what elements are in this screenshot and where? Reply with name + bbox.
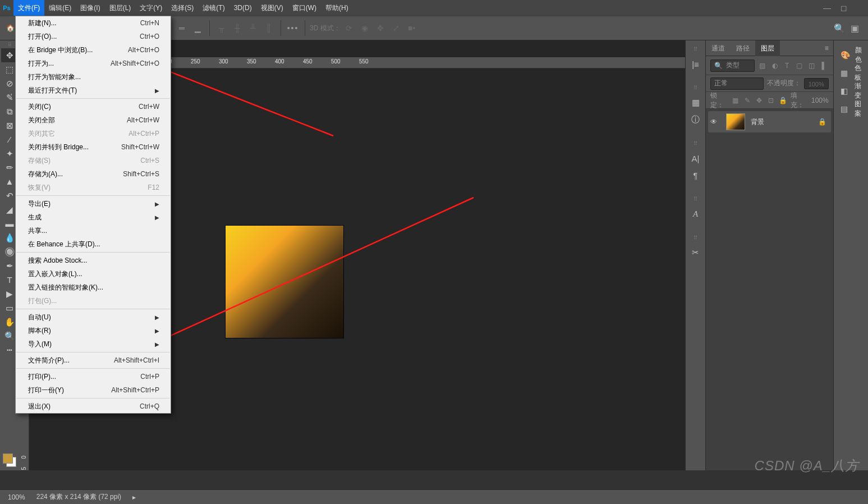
menu-item: 存储(S)Ctrl+S bbox=[16, 154, 171, 167]
layer-row[interactable]: 👁 背景 🔒 bbox=[708, 111, 831, 132]
menu-item[interactable]: 新建(N)...Ctrl+N bbox=[16, 16, 171, 30]
lock-transparency-icon[interactable]: ▦ bbox=[731, 97, 740, 104]
menu-item[interactable]: 关闭并转到 Bridge...Shift+Ctrl+W bbox=[16, 140, 171, 154]
menu-select[interactable]: 选择(S) bbox=[167, 0, 198, 16]
filter-adjust-icon[interactable]: ◐ bbox=[770, 62, 779, 70]
menu-item[interactable]: 搜索 Adobe Stock... bbox=[16, 254, 171, 267]
more-icon[interactable]: ••• bbox=[286, 21, 300, 35]
menu-item[interactable]: 打开为智能对象... bbox=[16, 70, 171, 84]
opacity-input[interactable]: 100% bbox=[804, 78, 829, 89]
maximize-button[interactable]: ◻ bbox=[835, 3, 852, 12]
tab-paths[interactable]: 路径 bbox=[731, 40, 755, 56]
menu-item[interactable]: 最近打开文件(T)▶ bbox=[16, 84, 171, 97]
layer-filter-select[interactable]: 🔍 类型 bbox=[710, 59, 755, 72]
status-arrow-icon[interactable]: ▸ bbox=[132, 493, 136, 501]
menu-help[interactable]: 帮助(H) bbox=[321, 0, 353, 16]
minimize-button[interactable]: — bbox=[819, 3, 835, 12]
menu-type[interactable]: 文字(Y) bbox=[135, 0, 167, 16]
menu-item[interactable]: 自动(U)▶ bbox=[16, 310, 171, 324]
menu-edit[interactable]: 编辑(E) bbox=[44, 0, 76, 16]
roll-3d-icon[interactable]: ◉ bbox=[357, 21, 372, 35]
menu-item[interactable]: 置入嵌入对象(L)... bbox=[16, 267, 171, 281]
info-icon[interactable]: ⓘ bbox=[687, 111, 704, 128]
watermark: CSDN @A_八方 bbox=[755, 457, 859, 475]
menu-image[interactable]: 图像(I) bbox=[76, 0, 104, 16]
layers-panel: 通道 路径 图层 ≡ 🔍 类型 ▧ ◐ T ▢ ◫ ▌ 正常 不透明度： 100… bbox=[706, 40, 834, 470]
distribute-vcenter-icon[interactable]: ╫ bbox=[230, 21, 245, 35]
lock-position-icon[interactable]: ✥ bbox=[755, 97, 763, 104]
menu-item[interactable]: 打印一份(Y)Alt+Shift+Ctrl+P bbox=[16, 383, 171, 397]
distribute-bottom-icon[interactable]: ╨ bbox=[246, 21, 260, 35]
swatches-panel-button[interactable]: ▦色板 bbox=[834, 64, 868, 82]
blend-mode-select[interactable]: 正常 bbox=[710, 77, 764, 90]
color-swatch[interactable] bbox=[2, 452, 17, 468]
zoom-3d-icon[interactable]: ■• bbox=[405, 21, 419, 35]
glyphs-icon[interactable]: A bbox=[687, 205, 704, 222]
pan-3d-icon[interactable]: ✥ bbox=[373, 21, 388, 35]
tool-presets-icon[interactable]: ✂ bbox=[687, 244, 704, 261]
adjustments-icon[interactable]: ▦ bbox=[687, 94, 704, 111]
menu-item[interactable]: 共享... bbox=[16, 224, 171, 237]
filter-smart-icon[interactable]: ◫ bbox=[807, 62, 816, 70]
menu-item[interactable]: 存储为(A)...Shift+Ctrl+S bbox=[16, 167, 171, 181]
filter-toggle-icon[interactable]: ▌ bbox=[820, 62, 829, 70]
menu-item[interactable]: 生成▶ bbox=[16, 210, 171, 224]
gradient-panel-button[interactable]: ◧渐变 bbox=[834, 82, 868, 100]
character-icon[interactable]: A| bbox=[687, 150, 704, 167]
menu-view[interactable]: 视图(V) bbox=[256, 0, 288, 16]
workspace-icon[interactable]: ▣ bbox=[851, 23, 859, 34]
lock-artboard-icon[interactable]: ⊡ bbox=[767, 97, 775, 104]
menu-item[interactable]: 置入链接的智能对象(K)... bbox=[16, 281, 171, 294]
panel-menu-icon[interactable]: ≡ bbox=[820, 44, 833, 52]
layer-name[interactable]: 背景 bbox=[751, 117, 812, 127]
pattern-panel-button[interactable]: ▤图案 bbox=[834, 100, 868, 118]
menu-item[interactable]: 脚本(R)▶ bbox=[16, 324, 171, 337]
canvas-document[interactable] bbox=[226, 226, 343, 338]
grip-icon: ⠿ bbox=[694, 196, 697, 202]
layer-thumbnail[interactable] bbox=[726, 113, 745, 130]
distribute-h-icon[interactable]: ║ bbox=[261, 21, 276, 35]
properties-icon[interactable]: |≡ bbox=[687, 56, 704, 72]
color-panel-button[interactable]: 🎨颜色 bbox=[834, 46, 868, 64]
align-bottom-icon[interactable]: ▁ bbox=[190, 21, 205, 35]
tab-channels[interactable]: 通道 bbox=[706, 40, 731, 56]
tab-layers[interactable]: 图层 bbox=[755, 40, 780, 56]
menu-item[interactable]: 导入(M)▶ bbox=[16, 337, 171, 351]
zoom-level[interactable]: 100% bbox=[8, 493, 25, 501]
menu-item[interactable]: 在 Bridge 中浏览(B)...Alt+Ctrl+O bbox=[16, 43, 171, 57]
menu-item[interactable]: 关闭全部Alt+Ctrl+W bbox=[16, 113, 171, 127]
menu-item[interactable]: 打印(P)...Ctrl+P bbox=[16, 370, 171, 383]
orbit-3d-icon[interactable]: ⟳ bbox=[342, 21, 356, 35]
paragraph-icon[interactable]: ¶ bbox=[687, 167, 704, 184]
filter-pixel-icon[interactable]: ▧ bbox=[758, 62, 767, 70]
filter-shape-icon[interactable]: ▢ bbox=[795, 62, 804, 70]
menu-item[interactable]: 打开为...Alt+Shift+Ctrl+O bbox=[16, 57, 171, 70]
menu-item[interactable]: 退出(X)Ctrl+Q bbox=[16, 400, 171, 413]
menu-window[interactable]: 窗口(W) bbox=[288, 0, 321, 16]
lock-row: 锁定： ▦ ✎ ✥ ⊡ 🔒 填充： 100% bbox=[706, 92, 833, 109]
lock-icon[interactable]: 🔒 bbox=[818, 118, 826, 126]
slide-3d-icon[interactable]: ⤢ bbox=[389, 21, 403, 35]
menu-file[interactable]: 文件(F) bbox=[13, 0, 44, 16]
lock-paint-icon[interactable]: ✎ bbox=[743, 97, 751, 104]
menu-item[interactable]: 打开(O)...Ctrl+O bbox=[16, 30, 171, 43]
distribute-top-icon[interactable]: ╥ bbox=[214, 21, 229, 35]
visibility-icon[interactable]: 👁 bbox=[710, 118, 720, 126]
foreground-color[interactable] bbox=[3, 453, 13, 464]
menu-layer[interactable]: 图层(L) bbox=[105, 0, 136, 16]
align-middle-icon[interactable]: ═ bbox=[174, 21, 189, 35]
filter-type-icon[interactable]: T bbox=[783, 62, 792, 70]
menu-item[interactable]: 在 Behance 上共享(D)... bbox=[16, 237, 171, 251]
menu-3d[interactable]: 3D(D) bbox=[229, 0, 256, 16]
search-icon[interactable]: 🔍 bbox=[834, 23, 845, 34]
menu-filter[interactable]: 滤镜(T) bbox=[198, 0, 229, 16]
fill-input[interactable]: 100% bbox=[811, 97, 829, 104]
menu-item[interactable]: 关闭(C)Ctrl+W bbox=[16, 100, 171, 113]
window-controls: — ◻ bbox=[819, 3, 868, 12]
doc-info[interactable]: 224 像素 x 214 像素 (72 ppi) bbox=[36, 492, 121, 502]
menu-item[interactable]: 导出(E)▶ bbox=[16, 197, 171, 210]
menu-item[interactable]: 文件简介(P)...Alt+Shift+Ctrl+I bbox=[16, 354, 171, 367]
lock-label: 锁定： bbox=[710, 91, 728, 110]
lock-all-icon[interactable]: 🔒 bbox=[779, 97, 787, 104]
layer-filter-row: 🔍 类型 ▧ ◐ T ▢ ◫ ▌ bbox=[706, 56, 833, 75]
